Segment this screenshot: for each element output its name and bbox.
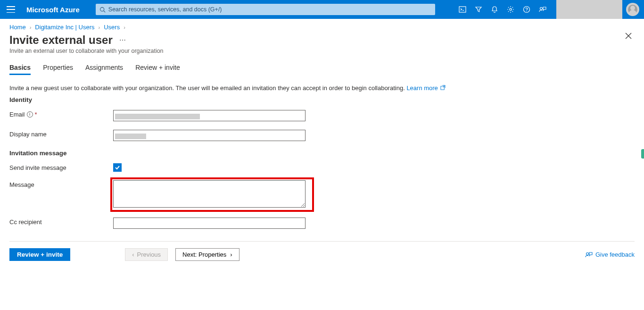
intro-text: Invite a new guest user to collaborate w… [9, 84, 635, 92]
send-invite-label: Send invite message [9, 163, 113, 171]
brand-label[interactable]: Microsoft Azure [26, 6, 80, 14]
svg-point-6 [526, 11, 527, 11]
tab-review-invite[interactable]: Review + invite [135, 61, 180, 75]
external-link-icon [440, 84, 446, 92]
row-cc: Cc recipient [9, 218, 635, 229]
section-invitation: Invitation message [9, 150, 635, 157]
tabs: Basics Properties Assignments Review + i… [0, 61, 644, 75]
bottom-bar: Review + invite ‹ Previous Next: Propert… [0, 242, 644, 261]
breadcrumb-users[interactable]: Users [104, 24, 120, 31]
close-icon[interactable] [625, 33, 632, 41]
chevron-right-icon: › [30, 25, 32, 30]
settings-icon[interactable] [503, 0, 519, 19]
cc-field[interactable] [113, 218, 305, 229]
svg-line-1 [104, 10, 105, 12]
email-field[interactable] [113, 110, 305, 121]
row-message: Message [9, 180, 635, 209]
display-name-label: Display name [9, 130, 113, 138]
svg-point-12 [586, 252, 588, 255]
more-options-icon[interactable]: ⋯ [119, 36, 126, 44]
previous-button: ‹ Previous [125, 248, 168, 261]
chevron-right-icon: › [99, 25, 100, 30]
feedback-icon[interactable] [535, 0, 551, 19]
chevron-left-icon: ‹ [132, 251, 134, 258]
required-mark: * [35, 111, 37, 118]
svg-point-4 [510, 8, 512, 10]
tab-basics[interactable]: Basics [9, 61, 31, 75]
header-icon-group [454, 0, 551, 19]
breadcrumb-home[interactable]: Home [9, 24, 26, 31]
account-info-box[interactable] [556, 0, 622, 19]
svg-line-11 [443, 85, 446, 88]
feedback-icon [585, 251, 593, 259]
notifications-icon[interactable] [487, 0, 503, 19]
chevron-right-icon: › [230, 251, 232, 258]
row-email: Email i * [9, 110, 635, 121]
svg-point-0 [100, 7, 104, 11]
svg-rect-2 [459, 7, 466, 12]
help-icon[interactable] [519, 0, 535, 19]
avatar[interactable] [626, 3, 639, 16]
hamburger-icon[interactable] [7, 6, 15, 13]
page-subtitle: Invite an external user to collaborate w… [0, 48, 644, 61]
message-field[interactable] [113, 180, 305, 208]
tab-properties[interactable]: Properties [43, 61, 73, 75]
message-label: Message [9, 180, 113, 188]
display-name-field[interactable] [113, 130, 305, 141]
svg-point-5 [524, 7, 530, 13]
tab-assignments[interactable]: Assignments [85, 61, 123, 75]
global-search[interactable] [96, 4, 435, 15]
give-feedback-link[interactable]: Give feedback [585, 251, 635, 259]
row-display-name: Display name [9, 130, 635, 141]
section-identity: Identity [9, 96, 635, 103]
content-area: Invite a new guest user to collaborate w… [0, 75, 644, 229]
next-button[interactable]: Next: Properties › [175, 248, 239, 261]
svg-point-7 [540, 8, 543, 10]
top-header: Microsoft Azure [0, 0, 644, 19]
info-icon[interactable]: i [27, 111, 33, 117]
search-icon [99, 7, 106, 13]
send-invite-checkbox[interactable] [113, 163, 122, 172]
breadcrumb: Home › Digitamize Inc | Users › Users › [0, 19, 644, 31]
title-row: Invite external user ⋯ [0, 31, 644, 48]
chevron-right-icon: › [124, 25, 125, 30]
intro-body: Invite a new guest user to collaborate w… [9, 84, 405, 92]
search-input[interactable] [108, 6, 431, 13]
row-send-invite: Send invite message [9, 163, 635, 172]
email-label: Email i * [9, 110, 113, 118]
side-tab[interactable] [641, 149, 644, 159]
learn-more-link[interactable]: Learn more [406, 84, 446, 92]
filter-icon[interactable] [471, 0, 487, 19]
review-invite-button[interactable]: Review + invite [9, 248, 70, 261]
page-title: Invite external user [9, 34, 113, 47]
cloud-shell-icon[interactable] [454, 0, 471, 19]
breadcrumb-org-users[interactable]: Digitamize Inc | Users [35, 24, 94, 31]
cc-label: Cc recipient [9, 218, 113, 226]
